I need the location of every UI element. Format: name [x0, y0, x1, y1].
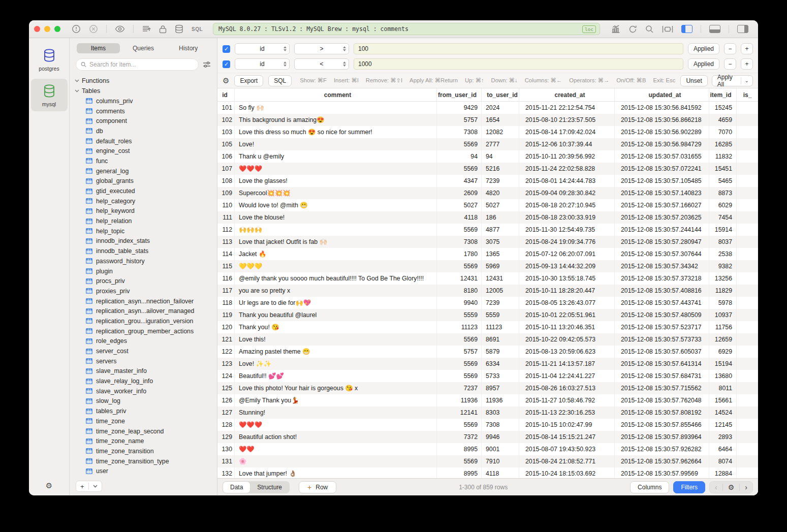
table-cell[interactable]: 💛💛💛	[235, 260, 437, 272]
table-row[interactable]: 126@Emily Thank you💃11936119362015-11-27…	[217, 394, 758, 406]
table-cell[interactable]: 2015-12-08 15:30:57.166027	[615, 199, 709, 211]
table-cell[interactable]: 109	[217, 187, 235, 199]
lock-ssh-icon[interactable]	[159, 25, 167, 34]
table-cell[interactable]: 128	[217, 419, 235, 431]
table-cell[interactable]: 4118	[437, 211, 482, 224]
table-cell[interactable]: Love that jacket! Outfit is fab 🙌🏻	[235, 236, 437, 248]
table-cell[interactable]: 94	[482, 150, 519, 163]
table-cell[interactable]: 12659	[709, 333, 737, 346]
table-cell[interactable]: 2015-10-24 18:15:03.692	[519, 467, 615, 478]
sidebar-table-item[interactable]: innodb_table_stats	[74, 246, 213, 256]
table-cell[interactable]: 2015-12-08 15:30:57.373218	[615, 272, 709, 285]
table-cell[interactable]: 2609	[437, 187, 482, 199]
table-cell[interactable]	[737, 224, 758, 236]
table-cell[interactable]: 6029	[709, 199, 737, 211]
table-cell[interactable]: 2024	[482, 102, 519, 114]
table-cell[interactable]: 120	[217, 321, 235, 333]
sql-editor-icon[interactable]: SQL	[192, 26, 203, 32]
table-cell[interactable]: 7454	[709, 211, 737, 224]
table-cell[interactable]: 2015-12-08 15:30:57.140823	[615, 187, 709, 199]
table-cell[interactable]: 15661	[709, 394, 737, 406]
table-cell[interactable]: 1654	[482, 114, 519, 126]
table-cell[interactable]: 2015-08-05 13:26:43.077	[519, 297, 615, 309]
sidebar-table-item[interactable]: default_roles	[74, 136, 213, 146]
sidebar-table-item[interactable]: time_zone	[74, 416, 213, 426]
table-cell[interactable]: 7070	[709, 126, 737, 138]
table-cell[interactable]: 103	[217, 126, 235, 138]
table-cell[interactable]: 2015-12-08 15:30:57.480509	[615, 309, 709, 321]
sidebar-table-item[interactable]: slave_master_info	[74, 366, 213, 377]
table-cell[interactable]: 2015-10-01 22:05:51.961	[519, 309, 615, 321]
table-cell[interactable]: 12082	[482, 126, 519, 138]
table-cell[interactable]: 119	[217, 309, 235, 321]
connection-postgres[interactable]: postgres	[31, 43, 68, 76]
table-cell[interactable]	[737, 187, 758, 199]
table-cell[interactable]: 101	[217, 102, 235, 114]
table-cell[interactable]: 8995	[437, 443, 482, 455]
sidebar-table-item[interactable]: time_zone_transition	[74, 446, 213, 456]
table-cell[interactable]: Love this dress so much 😍 so nice for su…	[235, 126, 437, 138]
sidebar-table-item[interactable]: columns_priv	[74, 96, 213, 106]
table-cell[interactable]: 2015-08-18 20:27:10.945	[519, 199, 615, 211]
table-row[interactable]: 125Love this photo! Your hair is gorgeou…	[217, 382, 758, 394]
table-cell[interactable]: 7372	[437, 431, 482, 443]
table-cell[interactable]: 5569	[437, 224, 482, 236]
section-functions[interactable]: Functions	[74, 76, 213, 86]
filter-enabled-checkbox[interactable]: ✓	[223, 60, 230, 68]
tab-queries[interactable]: Queries	[122, 43, 165, 53]
table-cell[interactable]: 13680	[709, 370, 737, 382]
table-cell[interactable]: 2015-12-08 15:30:57.573733	[615, 333, 709, 346]
table-cell[interactable]: 125	[217, 382, 235, 394]
table-cell[interactable]: 2015-10-11 18:28:20.447	[519, 285, 615, 297]
table-row[interactable]: 120Thank you! 😘11123111232015-10-11 13:2…	[217, 321, 758, 333]
table-cell[interactable]: 11756	[709, 321, 737, 333]
table-cell[interactable]: 9001	[482, 443, 519, 455]
plus-icon[interactable]: +	[76, 483, 88, 490]
table-cell[interactable]: 5559	[437, 309, 482, 321]
sidebar-table-item[interactable]: replication_asyn...ailover_managed	[74, 306, 213, 316]
table-row[interactable]: 103Love this dress so much 😍 so nice for…	[217, 126, 758, 138]
table-row[interactable]: 111Love the blouse!41181862015-08-18 23:…	[217, 211, 758, 224]
table-cell[interactable]: 2015-12-08 15:30:57.641314	[615, 358, 709, 370]
table-cell[interactable]: 115	[217, 260, 235, 272]
table-cell[interactable]: 8303	[482, 406, 519, 419]
table-row[interactable]: 124Beautiful!! 💕💕556957332015-11-04 12:2…	[217, 370, 758, 382]
table-row[interactable]: 108Love the glasses!434772392015-08-01 1…	[217, 175, 758, 187]
table-cell[interactable]: 9429	[437, 102, 482, 114]
table-cell[interactable]: Jacket 🔥	[235, 248, 437, 260]
filter-column-select[interactable]: id	[235, 58, 290, 70]
table-cell[interactable]: 2015-11-30 12:54:49.735	[519, 224, 615, 236]
table-cell[interactable]: 2015-12-08 15:30:57.855466	[615, 419, 709, 431]
table-cell[interactable]	[737, 382, 758, 394]
table-cell[interactable]: 4659	[709, 114, 737, 126]
table-cell[interactable]	[737, 419, 758, 431]
table-cell[interactable]: 11936	[482, 394, 519, 406]
table-cell[interactable]	[737, 333, 758, 346]
table-cell[interactable]: @Emily Thank you💃	[235, 394, 437, 406]
table-cell[interactable]: 186	[482, 211, 519, 224]
table-row[interactable]: 101So fly 🙌🏻942920242015-11-21 22:12:54.…	[217, 102, 758, 114]
sidebar-table-item[interactable]: role_edges	[74, 336, 213, 347]
sidebar-table-item[interactable]: help_relation	[74, 216, 213, 226]
sidebar-table-item[interactable]: replication_group_member_actions	[74, 326, 213, 336]
table-cell[interactable]: 12884	[709, 467, 737, 478]
table-cell[interactable]: 2015-11-21 22:12:54.754	[519, 102, 615, 114]
table-cell[interactable]	[737, 163, 758, 175]
apply-all-button[interactable]: Apply All ⌄	[712, 75, 753, 86]
table-cell[interactable]: 132	[217, 467, 235, 478]
table-cell[interactable]: 2015-12-08 15:30:57.762048	[615, 394, 709, 406]
table-cell[interactable]	[737, 260, 758, 272]
table-cell[interactable]: 3075	[482, 236, 519, 248]
table-cell[interactable]: 1780	[437, 248, 482, 260]
table-cell[interactable]: 9940	[437, 297, 482, 309]
table-cell[interactable]: Love this photo! Your hair is gorgeous 😘…	[235, 382, 437, 394]
table-cell[interactable]	[737, 431, 758, 443]
table-cell[interactable]: 5978	[709, 297, 737, 309]
chevron-down-icon[interactable]: ⌄	[741, 78, 752, 83]
table-cell[interactable]: Beautiful action shot!	[235, 431, 437, 443]
table-cell[interactable]: 2015-08-14 17:09:42.024	[519, 126, 615, 138]
table-cell[interactable]: 4347	[437, 175, 482, 187]
toggle-bottom-panel-button[interactable]	[709, 25, 720, 33]
sidebar-table-item[interactable]: replication_asyn...nnection_failover	[74, 296, 213, 306]
table-cell[interactable]: 110	[217, 199, 235, 211]
